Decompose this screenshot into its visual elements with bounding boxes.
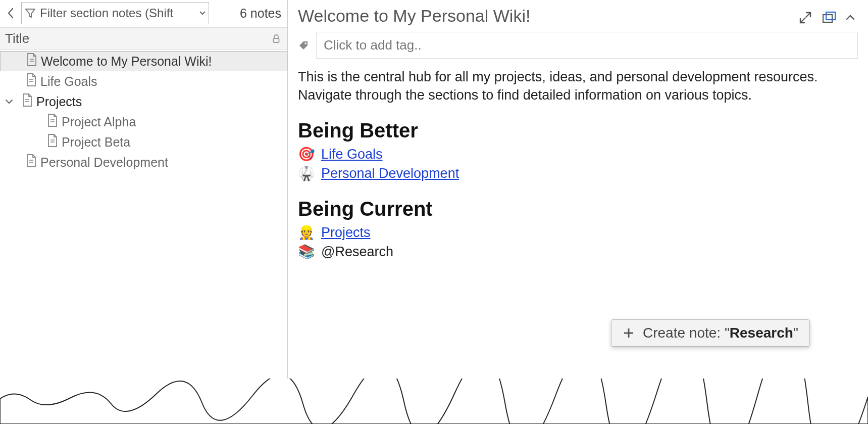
tree-item-project-alpha[interactable]: Project Alpha xyxy=(0,112,287,132)
martial-arts-icon: 🥋 xyxy=(298,164,315,182)
expand-icon[interactable] xyxy=(798,11,812,25)
link-projects[interactable]: Projects xyxy=(321,223,371,242)
link-personal-development[interactable]: Personal Development xyxy=(321,164,459,182)
books-icon: 📚 xyxy=(298,243,315,261)
create-note-popup[interactable]: Create note: "Research" xyxy=(611,319,810,347)
sidebar-toolbar: Filter section notes (Shift 6 notes xyxy=(0,0,287,27)
tree-item-label: Life Goals xyxy=(40,74,97,89)
construction-worker-icon: 👷 xyxy=(298,223,315,242)
link-life-goals[interactable]: Life Goals xyxy=(321,145,383,163)
document-icon xyxy=(24,154,38,171)
tree-item-label: Personal Development xyxy=(40,155,168,170)
title-row: Welcome to My Personal Wiki! xyxy=(298,5,858,30)
link-line: 📚 @Research xyxy=(298,243,858,261)
create-note-text: Create note: "Research" xyxy=(643,325,798,341)
plus-icon xyxy=(623,327,635,339)
note-tree: Welcome to My Personal Wiki! Life Goals … xyxy=(0,50,287,172)
chevron-up-icon[interactable] xyxy=(846,15,855,21)
document-icon xyxy=(24,73,38,90)
tree-item-label: Projects xyxy=(36,95,82,109)
sidebar: Filter section notes (Shift 6 notes Titl… xyxy=(0,0,288,424)
filter-dropdown-icon[interactable] xyxy=(199,11,206,15)
tree-item-projects[interactable]: Projects xyxy=(0,91,287,112)
target-icon: 🎯 xyxy=(298,145,315,163)
filter-placeholder: Filter section notes (Shift xyxy=(40,6,195,20)
tree-item-life-goals[interactable]: Life Goals xyxy=(0,71,287,91)
tag-row: Click to add tag.. xyxy=(298,32,858,59)
app-root: Filter section notes (Shift 6 notes Titl… xyxy=(0,0,868,424)
tag-input[interactable]: Click to add tag.. xyxy=(316,32,858,59)
back-button[interactable] xyxy=(3,3,18,23)
intro-paragraph: This is the central hub for all my proje… xyxy=(298,68,858,105)
main-pane: Welcome to My Personal Wiki! Click to ad… xyxy=(288,0,868,424)
chevron-down-icon[interactable] xyxy=(5,99,18,105)
tree-item-personal-development[interactable]: Personal Development xyxy=(0,152,287,172)
page-title[interactable]: Welcome to My Personal Wiki! xyxy=(298,5,793,30)
tag-placeholder: Click to add tag.. xyxy=(324,37,422,53)
windows-icon[interactable] xyxy=(822,11,837,24)
link-line: 🎯 Life Goals xyxy=(298,145,858,163)
document-icon xyxy=(45,113,60,130)
svg-rect-0 xyxy=(274,38,279,42)
document-icon xyxy=(45,133,60,151)
link-line: 👷 Projects xyxy=(298,223,858,242)
mention-research[interactable]: @Research xyxy=(321,243,393,261)
column-title: Title xyxy=(5,31,29,46)
tree-item-label: Project Alpha xyxy=(62,115,136,129)
section-heading: Being Better xyxy=(298,117,858,144)
svg-rect-13 xyxy=(823,15,832,22)
filter-input[interactable]: Filter section notes (Shift xyxy=(21,2,209,24)
tree-item-label: Welcome to My Personal Wiki! xyxy=(41,54,212,69)
tree-item-project-beta[interactable]: Project Beta xyxy=(0,132,287,152)
section-heading: Being Current xyxy=(298,195,858,222)
svg-rect-14 xyxy=(826,12,835,20)
tag-icon xyxy=(298,40,309,51)
lock-icon xyxy=(272,34,280,43)
note-content[interactable]: This is the central hub for all my proje… xyxy=(298,68,858,261)
link-line: 🥋 Personal Development xyxy=(298,164,858,182)
sidebar-column-header[interactable]: Title xyxy=(0,27,287,50)
tree-item-welcome[interactable]: Welcome to My Personal Wiki! xyxy=(0,51,287,71)
document-icon xyxy=(25,53,39,70)
title-actions xyxy=(798,11,858,25)
tree-item-label: Project Beta xyxy=(62,135,130,150)
note-count: 6 notes xyxy=(240,6,284,21)
document-icon xyxy=(20,93,34,110)
funnel-icon xyxy=(25,8,36,19)
